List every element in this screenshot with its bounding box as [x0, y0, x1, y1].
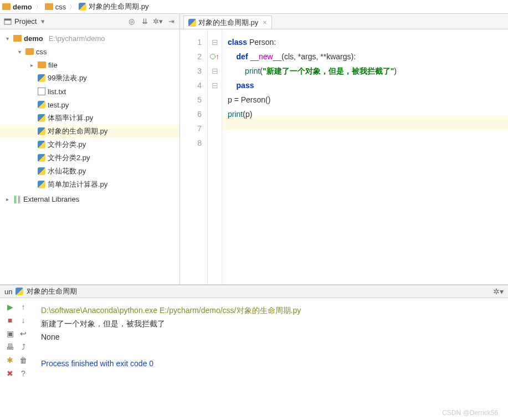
run-tool-window: ▶↑ ■↓ ▣↩ 🖶⤴ ✱🗑 ✖? D:\software\Anaconda\p… — [0, 298, 508, 420]
export-icon[interactable]: ⤴ — [18, 341, 29, 352]
python-file-icon — [38, 114, 45, 122]
down-icon[interactable]: ↓ — [18, 315, 29, 326]
wrap-icon[interactable]: ↩ — [18, 328, 29, 339]
stdout-line: 新建了一个对象，但是，被我拦截了 — [41, 317, 500, 330]
breadcrumb-bar: demo 〉 css 〉 对象的生命周期.py — [0, 0, 508, 14]
stdout-line: None — [41, 330, 500, 344]
code-area[interactable]: class Person: def __new__(cls, *args, **… — [222, 29, 508, 284]
tree-folder[interactable]: ▾ css — [0, 45, 179, 58]
tree-file[interactable]: ·体脂率计算.py — [0, 111, 179, 125]
chevron-right-icon: 〉 — [69, 3, 75, 11]
gear-icon[interactable]: ✲▾ — [492, 286, 504, 297]
folder-icon — [13, 35, 22, 42]
trash-icon[interactable]: 🗑 — [18, 355, 29, 366]
run-tab-label[interactable]: un — [4, 288, 12, 296]
svg-rect-1 — [4, 19, 11, 21]
line-gutter: 12345678 — [180, 29, 208, 284]
help-icon[interactable]: ? — [18, 368, 29, 379]
folder-icon — [2, 3, 11, 10]
project-title: Project — [14, 17, 37, 25]
override-marker-icon[interactable] — [210, 54, 215, 59]
library-icon: ∥∥ — [13, 194, 21, 203]
editor-panel: 对象的生命周期.py × 12345678 ⊟ ↑ ⊟ ⊟ class Pers… — [180, 14, 508, 284]
python-file-icon — [38, 154, 45, 162]
tree-file[interactable]: ·对象的生命周期.py — [0, 125, 179, 138]
breadcrumb-item[interactable]: css — [45, 3, 66, 11]
stop-icon[interactable]: ■ — [4, 315, 16, 326]
up-icon[interactable]: ↑ — [18, 301, 29, 313]
tree-file[interactable]: ·文件分类2.py — [0, 151, 179, 165]
python-file-icon — [79, 3, 86, 11]
marker-gutter: ⊟ ↑ ⊟ ⊟ — [208, 29, 222, 284]
python-file-icon — [38, 74, 45, 82]
project-view-dropdown[interactable]: ▾ — [41, 17, 45, 25]
close-tab-icon[interactable]: × — [263, 18, 267, 27]
command-line: D:\software\Anaconda\python.exe E:/pycha… — [41, 304, 500, 317]
project-tree[interactable]: ▾ demo E:\pycharm\demo ▾ css ▸ file ·99乘… — [0, 29, 179, 284]
print-icon[interactable]: 🖶 — [4, 341, 16, 352]
console-output[interactable]: D:\software\Anaconda\python.exe E:/pycha… — [33, 298, 508, 420]
python-file-icon — [38, 181, 45, 188]
breadcrumb-item[interactable]: demo — [2, 3, 32, 11]
python-file-icon — [188, 19, 196, 27]
editor-tab[interactable]: 对象的生命周期.py × — [183, 16, 272, 29]
tree-file[interactable]: ·简单加法计算器.py — [0, 178, 179, 191]
close-icon[interactable]: ✖ — [4, 368, 16, 379]
python-file-icon — [16, 288, 23, 295]
tree-file[interactable]: ·99乘法表.py — [0, 71, 179, 85]
collapse-all-icon[interactable]: ⇊ — [140, 17, 150, 27]
editor-tabs: 对象的生命周期.py × — [180, 14, 508, 29]
python-file-icon — [38, 141, 45, 148]
tree-file[interactable]: ·水仙花数.py — [0, 165, 179, 178]
folder-icon — [25, 48, 34, 55]
tree-file[interactable]: ·文件分类.py — [0, 138, 179, 151]
run-config-name: 对象的生命周期 — [27, 286, 77, 296]
project-header: Project ▾ ◎ ⇊ ✲▾ ⇥ — [0, 14, 179, 29]
project-icon — [3, 17, 12, 26]
tree-root[interactable]: ▾ demo E:\pycharm\demo — [0, 32, 179, 45]
text-file-icon — [38, 88, 45, 95]
locate-icon[interactable]: ◎ — [126, 17, 136, 27]
collapse-icon[interactable]: ▸ — [3, 196, 11, 202]
expand-icon[interactable]: ▾ — [16, 49, 23, 55]
tree-file[interactable]: ·test.py — [0, 98, 179, 111]
python-file-icon — [38, 101, 45, 109]
layout-icon[interactable]: ▣ — [4, 328, 16, 339]
run-toolbar: ▶↑ ■↓ ▣↩ 🖶⤴ ✱🗑 ✖? — [0, 298, 33, 420]
external-libraries[interactable]: ▸ ∥∥ External Libraries — [0, 192, 179, 206]
breadcrumb-item[interactable]: 对象的生命周期.py — [79, 2, 148, 12]
tree-folder[interactable]: ▸ file — [0, 58, 179, 71]
gear-icon[interactable]: ✲▾ — [153, 17, 163, 27]
tree-file[interactable]: ·list.txt — [0, 85, 179, 98]
exit-code-line: Process finished with exit code 0 — [41, 357, 500, 370]
collapse-icon[interactable]: ▸ — [28, 62, 35, 68]
expand-icon[interactable]: ▾ — [3, 35, 11, 42]
project-tool-window: Project ▾ ◎ ⇊ ✲▾ ⇥ ▾ demo E:\pycharm\dem… — [0, 14, 180, 284]
python-file-icon — [38, 127, 45, 135]
watermark: CSDN @Derrick56 — [442, 409, 498, 417]
folder-icon — [38, 62, 46, 68]
folder-icon — [45, 3, 53, 10]
filter-icon[interactable]: ✱ — [4, 355, 16, 366]
chevron-right-icon: 〉 — [35, 3, 42, 11]
hide-icon[interactable]: ⇥ — [166, 17, 176, 27]
run-tab-header: un 对象的生命周期 ✲▾ — [0, 285, 508, 298]
rerun-icon[interactable]: ▶ — [4, 301, 16, 313]
code-editor[interactable]: 12345678 ⊟ ↑ ⊟ ⊟ class Person: def __new… — [180, 29, 508, 284]
python-file-icon — [38, 167, 45, 175]
